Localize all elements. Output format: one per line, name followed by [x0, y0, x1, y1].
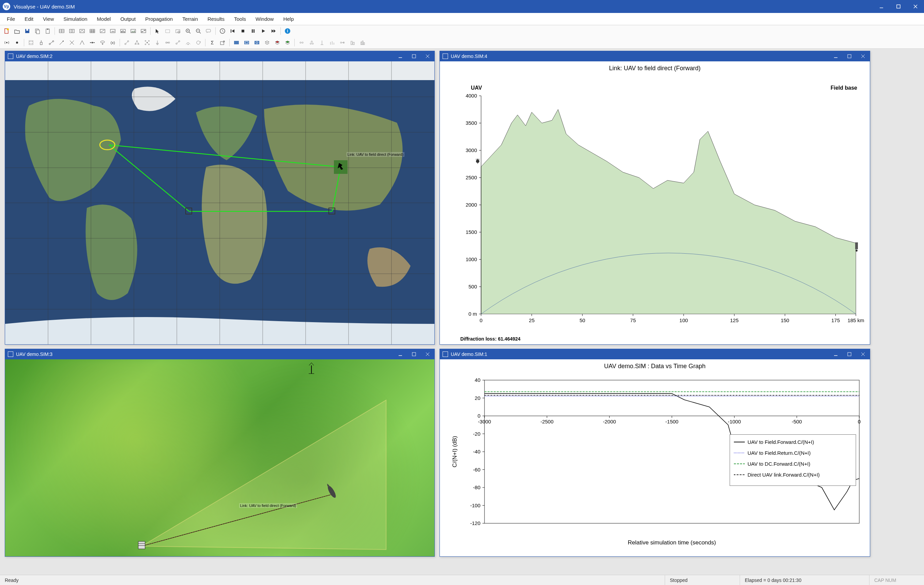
child-title-bar[interactable]: UAV demo.SIM:2	[5, 51, 434, 61]
zoom-in-icon[interactable]	[183, 26, 193, 36]
child-minimize-button[interactable]	[394, 51, 407, 61]
view-table-icon[interactable]	[87, 26, 97, 36]
zoom-window-icon[interactable]	[173, 26, 183, 36]
ground-icon[interactable]	[153, 38, 162, 47]
view-3d-icon[interactable]	[78, 26, 87, 36]
gs-scan-icon[interactable]	[183, 38, 193, 47]
time-graph-chart[interactable]: UAV demo.SIM : Data vs Time Graph -120-1…	[440, 359, 870, 556]
fast-forward-icon[interactable]	[269, 26, 278, 36]
svg-point-74	[147, 42, 148, 43]
menu-window[interactable]: Window	[251, 14, 278, 24]
child-close-button[interactable]	[421, 349, 434, 359]
menu-tools[interactable]: Tools	[229, 14, 251, 24]
city-icon[interactable]	[358, 38, 368, 47]
layers-icon[interactable]	[262, 38, 272, 47]
gs-up-icon[interactable]	[173, 38, 183, 47]
net1-icon[interactable]	[122, 38, 132, 47]
info-icon[interactable]: i	[283, 26, 292, 36]
var-x-icon[interactable]: (x)	[108, 38, 117, 47]
copy-icon[interactable]	[33, 26, 42, 36]
rewind-icon[interactable]	[228, 26, 238, 36]
svg-point-54	[32, 43, 32, 44]
blue-map-icon[interactable]	[232, 38, 241, 47]
menu-help[interactable]: Help	[278, 14, 299, 24]
blue-map2-icon[interactable]	[242, 38, 251, 47]
view-xy-icon[interactable]	[98, 26, 107, 36]
xfer-icon[interactable]	[338, 38, 347, 47]
red-layers-icon[interactable]	[272, 38, 282, 47]
menu-view[interactable]: View	[38, 14, 59, 24]
child-close-button[interactable]	[421, 51, 434, 61]
child-title: UAV demo.SIM:1	[451, 352, 487, 357]
link-icon[interactable]	[47, 38, 56, 47]
station-icon[interactable]	[36, 38, 46, 47]
pointer-icon[interactable]	[153, 26, 162, 36]
gs-bidir-icon[interactable]	[163, 38, 172, 47]
child-close-button[interactable]	[856, 51, 870, 61]
paste-icon[interactable]	[43, 26, 53, 36]
view-hist-icon[interactable]	[118, 26, 128, 36]
child-close-button[interactable]	[856, 349, 870, 359]
menu-simulation[interactable]: Simulation	[59, 14, 92, 24]
array-icon[interactable]	[327, 38, 337, 47]
child-minimize-button[interactable]	[829, 51, 843, 61]
terrain-map-view[interactable]: Link: UAV to field direct (Forward)	[5, 359, 434, 556]
sigma-icon[interactable]: Σ	[208, 38, 217, 47]
open-file-icon[interactable]	[12, 26, 22, 36]
green-layers-icon[interactable]	[283, 38, 292, 47]
child-title-bar[interactable]: UAV demo.SIM:1	[440, 349, 870, 359]
constellation-icon[interactable]	[26, 38, 36, 47]
antenna-icon[interactable]	[2, 38, 12, 47]
maximize-button[interactable]	[890, 0, 907, 13]
view-area-icon[interactable]	[108, 26, 117, 36]
out-box-icon[interactable]	[218, 38, 227, 47]
select-rect-icon[interactable]	[163, 26, 172, 36]
menu-edit[interactable]: Edit	[20, 14, 38, 24]
comment-icon[interactable]	[204, 26, 213, 36]
building-icon[interactable]	[348, 38, 357, 47]
bullet-icon[interactable]	[12, 38, 22, 47]
menu-propagation[interactable]: Propagation	[140, 14, 178, 24]
new-file-icon[interactable]	[2, 26, 12, 36]
menu-output[interactable]: Output	[116, 14, 140, 24]
view-terrain-icon[interactable]	[129, 26, 138, 36]
pause-icon[interactable]	[248, 26, 258, 36]
play-icon[interactable]	[259, 26, 268, 36]
cross-icon[interactable]	[67, 38, 77, 47]
minimize-button[interactable]	[873, 0, 890, 13]
zoom-out-icon[interactable]	[193, 26, 203, 36]
blue-map3-icon[interactable]	[252, 38, 262, 47]
terrain-profile-chart[interactable]: Link: UAV to field direct (Forward) 0 m5…	[440, 61, 870, 344]
view-mercator-icon[interactable]	[67, 26, 77, 36]
mast-icon[interactable]	[317, 38, 327, 47]
menu-terrain[interactable]: Terrain	[178, 14, 203, 24]
menu-model[interactable]: Model	[92, 14, 116, 24]
group2-icon[interactable]	[307, 38, 317, 47]
close-button[interactable]	[907, 0, 924, 13]
world-map-view[interactable]: Link: UAV to field direct (Forward)	[5, 61, 434, 344]
save-icon[interactable]	[23, 26, 32, 36]
child-maximize-button[interactable]	[407, 51, 421, 61]
net3-icon[interactable]	[142, 38, 152, 47]
child-title-bar[interactable]: UAV demo.SIM:4	[440, 51, 870, 61]
beam-icon[interactable]	[78, 38, 87, 47]
net2-icon[interactable]	[132, 38, 142, 47]
orbit-down-icon[interactable]	[98, 38, 107, 47]
view-link-icon[interactable]	[139, 26, 148, 36]
stop-icon[interactable]	[238, 26, 248, 36]
svg-point-51	[30, 41, 30, 42]
child-maximize-button[interactable]	[407, 349, 421, 359]
gs-loop-icon[interactable]	[193, 38, 203, 47]
arrow-icon[interactable]	[57, 38, 66, 47]
child-title-bar[interactable]: UAV demo.SIM:3	[5, 349, 434, 359]
group1-icon[interactable]	[297, 38, 306, 47]
child-minimize-button[interactable]	[829, 349, 843, 359]
child-maximize-button[interactable]	[843, 349, 856, 359]
menu-file[interactable]: File	[2, 14, 20, 24]
view-map-icon[interactable]	[57, 26, 66, 36]
satellite-icon[interactable]	[87, 38, 97, 47]
menu-results[interactable]: Results	[203, 14, 229, 24]
clock-icon[interactable]	[218, 26, 227, 36]
child-maximize-button[interactable]	[843, 51, 856, 61]
child-minimize-button[interactable]	[394, 349, 407, 359]
